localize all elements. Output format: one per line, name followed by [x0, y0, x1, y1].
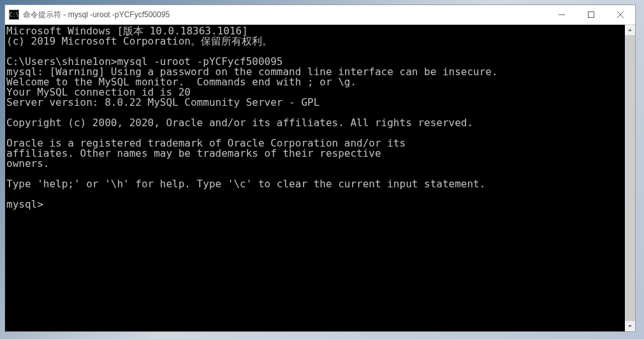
chevron-down-icon [627, 324, 633, 329]
terminal-area[interactable]: Microsoft Windows [版本 10.0.18363.1016] (… [5, 25, 635, 331]
window-controls [547, 5, 635, 24]
minimize-icon [559, 11, 565, 18]
close-icon [617, 11, 624, 18]
maximize-button[interactable] [576, 5, 606, 24]
terminal-output: Microsoft Windows [版本 10.0.18363.1016] (… [5, 25, 625, 331]
command-prompt-window: C:\ 命令提示符 - mysql -uroot -pYCFycf500095 … [4, 4, 636, 332]
scroll-down-button[interactable] [625, 321, 635, 331]
vertical-scrollbar[interactable] [625, 25, 635, 331]
titlebar[interactable]: C:\ 命令提示符 - mysql -uroot -pYCFycf500095 [5, 5, 635, 25]
app-icon: C:\ [9, 10, 19, 20]
scroll-thumb[interactable] [625, 35, 635, 321]
svg-rect-1 [589, 12, 594, 18]
window-title: 命令提示符 - mysql -uroot -pYCFycf500095 [23, 10, 547, 20]
close-button[interactable] [606, 5, 635, 24]
scroll-up-button[interactable] [625, 25, 635, 35]
chevron-up-icon [627, 27, 633, 32]
maximize-icon [588, 11, 594, 18]
minimize-button[interactable] [547, 5, 576, 24]
